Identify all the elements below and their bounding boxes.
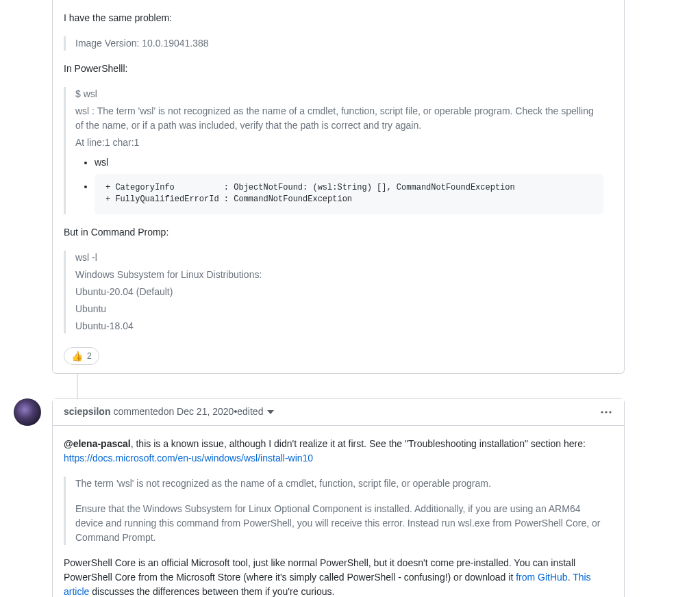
quote-line: At line:1 char:1 <box>75 136 603 150</box>
avatar[interactable] <box>14 398 41 426</box>
comment-header: sciepsilon commented on Dec 21, 2020 • e… <box>53 399 624 426</box>
thumbs-up-reaction[interactable]: 👍 2 <box>64 347 99 365</box>
code-block: + CategoryInfo : ObjectNotFound: (wsl:St… <box>95 174 603 214</box>
user-mention[interactable]: @elena-pascal <box>64 438 131 449</box>
timeline-gap <box>52 374 625 398</box>
comment: I have the same problem: Image Version: … <box>52 0 625 374</box>
comment: sciepsilon commented on Dec 21, 2020 • e… <box>52 398 625 597</box>
svg-point-2 <box>609 411 611 413</box>
list-item-text: wsl <box>95 157 108 168</box>
quote-line: Ubuntu-20.04 (Default) <box>75 285 603 299</box>
quote-line: $ wsl <box>75 87 603 101</box>
paragraph-text: , this is a known issue, although I didn… <box>131 438 586 449</box>
blockquote: The term 'wsl' is not recognized as the … <box>64 477 613 545</box>
reaction-count: 2 <box>87 349 92 363</box>
comment-body: @elena-pascal, this is a known issue, al… <box>53 426 624 597</box>
reactions-bar: 👍 2 <box>53 344 624 373</box>
quote-paragraph: Ensure that the Windows Subsystem for Li… <box>75 502 603 545</box>
paragraph-text: discusses the differences between them i… <box>89 586 334 597</box>
quote-line: wsl -l <box>75 251 603 265</box>
quote-line: Ubuntu <box>75 302 603 316</box>
paragraph-text: PowerShell Core is an official Microsoft… <box>64 557 575 583</box>
list-item: + CategoryInfo : ObjectNotFound: (wsl:St… <box>95 174 603 214</box>
paragraph: I have the same problem: <box>64 11 613 25</box>
thumbs-up-icon: 👍 <box>71 349 83 363</box>
quote-line: Image Version: 10.0.19041.388 <box>75 36 603 51</box>
edited-label[interactable]: edited <box>237 405 274 420</box>
svg-point-1 <box>605 411 607 413</box>
paragraph: But in Command Promp: <box>64 225 613 240</box>
comment-author-link[interactable]: sciepsilon <box>64 405 110 419</box>
blockquote: $ wsl wsl : The term 'wsl' is not recogn… <box>64 87 613 214</box>
caret-down-icon <box>267 405 274 420</box>
svg-point-0 <box>601 411 603 413</box>
comment-timestamp[interactable]: on Dec 21, 2020 <box>164 405 234 419</box>
blockquote: Image Version: 10.0.19041.388 <box>64 36 613 51</box>
blockquote: wsl -l Windows Subsystem for Linux Distr… <box>64 251 613 333</box>
commented-label: commented <box>113 405 163 419</box>
paragraph: @elena-pascal, this is a known issue, al… <box>64 437 613 466</box>
comment-body: I have the same problem: Image Version: … <box>53 0 624 344</box>
paragraph: In PowerShelll: <box>64 62 613 76</box>
docs-link[interactable]: https://docs.microsoft.com/en-us/windows… <box>64 453 313 463</box>
kebab-menu-icon[interactable] <box>599 405 613 419</box>
comment-box: sciepsilon commented on Dec 21, 2020 • e… <box>52 398 625 597</box>
quote-line: wsl : The term 'wsl' is not recognized a… <box>75 104 603 133</box>
comment-box: I have the same problem: Image Version: … <box>52 0 625 374</box>
quote-line: Windows Subsystem for Linux Distribution… <box>75 268 603 282</box>
edited-text: edited <box>237 406 263 417</box>
github-link[interactable]: from GitHub <box>516 572 567 583</box>
quote-paragraph: The term 'wsl' is not recognized as the … <box>75 477 603 491</box>
quote-list: wsl + CategoryInfo : ObjectNotFound: (ws… <box>75 155 603 214</box>
paragraph: PowerShell Core is an official Microsoft… <box>64 556 613 597</box>
list-item: wsl <box>95 155 603 170</box>
quote-line: Ubuntu-18.04 <box>75 319 603 333</box>
